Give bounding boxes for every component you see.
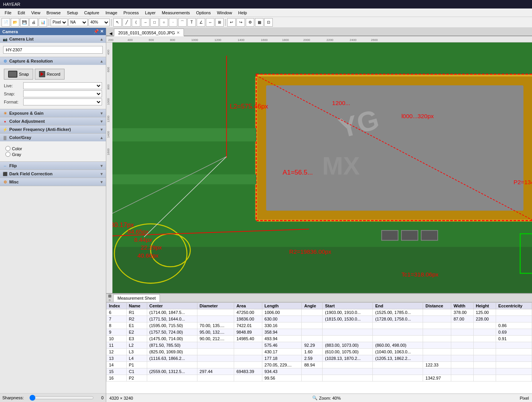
toolbar-rect[interactable]: □ — [150, 18, 159, 27]
misc-header[interactable]: ⚙ Misc ▼ — [0, 178, 106, 186]
color-gray-collapse[interactable]: ▲ — [100, 136, 104, 140]
color-gray-header[interactable]: ▓ Color/Gray ▲ — [0, 134, 106, 141]
toolbar-dot[interactable]: · — [169, 18, 177, 27]
format-select[interactable] — [23, 98, 102, 105]
toolbar-btn4[interactable]: 🖨 — [29, 18, 38, 27]
td-distance — [423, 368, 451, 375]
td-eccentricity — [496, 309, 532, 316]
menu-capture[interactable]: Capture — [81, 10, 102, 16]
camera-list-header[interactable]: 📷 Camera List ▲ — [0, 35, 106, 43]
menu-view[interactable]: View — [28, 10, 44, 16]
measurement-table-container[interactable]: Index Name Center Diameter Area Length A… — [106, 302, 532, 394]
flip-collapse[interactable]: ▼ — [100, 164, 104, 168]
toolbar-angle[interactable]: ∠ — [197, 18, 205, 27]
toolbar-view2[interactable]: ⊡ — [264, 18, 273, 27]
exposure-collapse[interactable]: ▼ — [100, 111, 104, 115]
capture-collapse[interactable]: ▲ — [100, 59, 104, 63]
toolbar-cursor[interactable]: ↖ — [113, 18, 122, 27]
toolbar-multi[interactable]: ⟨ — [132, 18, 140, 27]
tab-close-icon[interactable]: ✕ — [177, 31, 180, 35]
flip-header[interactable]: ↔ Flip ▼ — [0, 162, 106, 170]
color-adj-header[interactable]: ● Color Adjustment ▼ — [0, 117, 106, 125]
td-center — [147, 362, 197, 368]
snap-select[interactable] — [23, 90, 102, 97]
td-width — [451, 349, 473, 355]
menu-setup[interactable]: Setup — [64, 10, 81, 16]
toolbar-new[interactable]: 📄 — [2, 18, 10, 27]
menu-window[interactable]: Window — [214, 10, 235, 16]
ruler-left: 400 600 800 1000 1200 1400 1600 — [106, 42, 112, 293]
dark-field-header[interactable]: ⬛ Dark Field Correction ▼ — [0, 170, 106, 178]
main-image-tab[interactable]: 2018_0101_003554_010.JPG ✕ — [114, 29, 184, 36]
menu-options[interactable]: Options — [193, 10, 214, 16]
na-select[interactable]: NA — [68, 19, 88, 26]
toolbar-arc[interactable]: ⌒ — [178, 18, 187, 27]
toolbar-settings[interactable]: ⚙ — [246, 18, 254, 27]
td-angle: 92.29 — [302, 342, 323, 349]
table-row[interactable]: 13L4(1116.63, 1866.2...177.182.59(1028.1… — [107, 355, 532, 362]
tab-nav-left[interactable]: ◀ — [108, 31, 114, 36]
menu-file[interactable]: File — [2, 10, 15, 16]
table-row[interactable]: 10E3(1475.00, 714.00)90.00, 212....14985… — [107, 336, 532, 342]
dark-field-collapse[interactable]: ▼ — [100, 172, 104, 176]
toolbar-dist[interactable]: ↔ — [206, 18, 214, 27]
camera-panel-header[interactable]: Camera 📌 ✕ — [0, 28, 106, 35]
power-collapse[interactable]: ▼ — [100, 127, 104, 132]
menu-measurements[interactable]: Measurements — [159, 10, 193, 16]
toolbar-btn5[interactable]: 📊 — [39, 18, 47, 27]
sharpness-slider[interactable] — [29, 395, 94, 401]
toolbar-open[interactable]: 📂 — [11, 18, 19, 27]
table-row[interactable]: 14P1270.05, 229....88.94122.33 — [107, 362, 532, 368]
color-radio[interactable] — [5, 146, 10, 151]
table-row[interactable]: 15C1(2559.00, 1312.5...297.4469483.39934… — [107, 368, 532, 375]
snap-button[interactable]: Snap — [4, 69, 33, 80]
menu-layer[interactable]: Layer — [142, 10, 159, 16]
exposure-header[interactable]: ☀ Exposure & Gain ▼ — [0, 109, 106, 117]
menu-process[interactable]: Process — [121, 10, 142, 16]
measurement-sheet-tab[interactable]: Measurement Sheet — [113, 294, 160, 302]
camera-list-collapse[interactable]: ▲ — [100, 37, 104, 41]
svg-text:1200: 1200 — [214, 38, 221, 42]
misc-collapse[interactable]: ▼ — [100, 180, 104, 184]
image-area[interactable]: YG MX — [112, 42, 532, 293]
pixel-select[interactable]: Pixel — [51, 19, 68, 26]
toolbar-arrow[interactable]: → — [141, 18, 150, 27]
td-width — [451, 375, 473, 382]
td-area: 9848.89 — [234, 329, 262, 336]
menu-image[interactable]: Image — [102, 10, 121, 16]
color-adj-collapse[interactable]: ▼ — [100, 119, 104, 124]
table-row[interactable]: 6R1(1714.00, 1847.5...47250.001006.00(19… — [107, 309, 532, 316]
table-row[interactable]: 8E1(1595.00, 715.50)70.00, 135....7422.0… — [107, 322, 532, 329]
color-radio-row[interactable]: Color — [5, 146, 100, 151]
record-button[interactable]: Record — [35, 69, 65, 80]
table-row[interactable]: 11L2(871.50, 785.50)575.4692.29(883.00, … — [107, 342, 532, 349]
zoom-select[interactable]: 40% — [88, 19, 110, 26]
table-row[interactable]: 16P299.561342.97 — [107, 375, 532, 382]
table-row[interactable]: 9E2(1757.50, 724.00)95.00, 132....9848.8… — [107, 329, 532, 336]
gray-radio-row[interactable]: Gray — [5, 152, 100, 157]
table-row[interactable]: 12L3(825.00, 1069.00)430.171.60(610.00, … — [107, 349, 532, 355]
toolbar-redo[interactable]: ↪ — [236, 18, 245, 27]
capture-section: ⚙ Capture & Resolution ▲ Snap Record — [0, 57, 106, 109]
live-select[interactable] — [23, 82, 102, 89]
toolbar-text[interactable]: T — [187, 18, 196, 27]
toolbar-save[interactable]: 💾 — [20, 18, 29, 27]
camera-item-hy2307[interactable]: HY-2307 — [3, 46, 103, 54]
td-start — [323, 322, 373, 329]
menu-help[interactable]: Help — [235, 10, 250, 16]
toolbar-view1[interactable]: ▦ — [255, 18, 263, 27]
toolbar-line[interactable]: ╱ — [122, 18, 131, 27]
menu-browse[interactable]: Browse — [43, 10, 64, 16]
capture-header[interactable]: ⚙ Capture & Resolution ▲ — [0, 57, 106, 65]
pin-icon[interactable]: 📌 — [93, 29, 99, 34]
toolbar-calib[interactable]: ⊞ — [215, 18, 224, 27]
toolbar-undo[interactable]: ↩ — [227, 18, 236, 27]
close-icon[interactable]: ✕ — [100, 29, 104, 34]
toolbar-circle[interactable]: ○ — [160, 18, 168, 27]
td-eccentricity — [496, 355, 532, 362]
table-row[interactable]: 7R2(1771.50, 1644.0...19836.00630.00(181… — [107, 316, 532, 322]
menu-edit[interactable]: Edit — [15, 10, 28, 16]
td-eccentricity — [496, 375, 532, 382]
power-freq-header[interactable]: ⚡ Power Frequency (Anti-flicker) ▼ — [0, 126, 106, 133]
gray-radio[interactable] — [5, 152, 10, 157]
